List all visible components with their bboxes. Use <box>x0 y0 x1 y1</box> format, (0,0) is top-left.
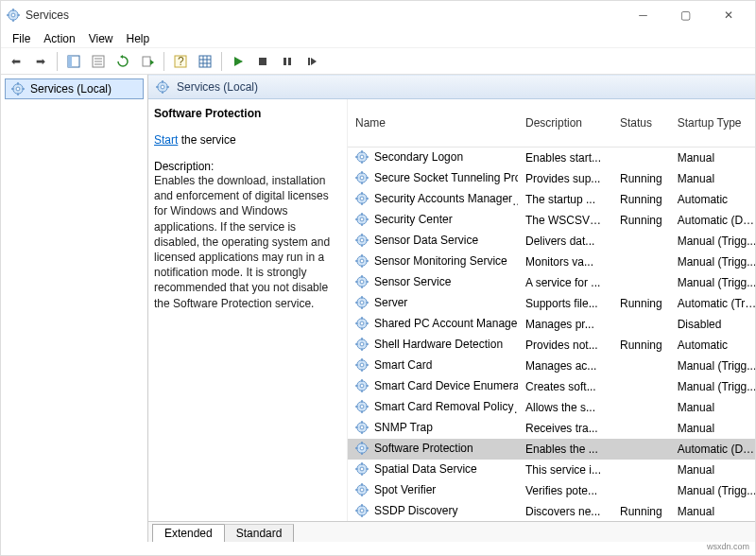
tree-root-services-local[interactable]: Services (Local) <box>5 78 144 99</box>
service-name: SNMP Trap <box>374 421 433 434</box>
menu-view[interactable]: View <box>83 32 119 45</box>
service-status: Running <box>612 210 670 231</box>
service-startup: Manual <box>670 397 755 418</box>
gear-icon <box>355 462 369 476</box>
menu-help[interactable]: Help <box>121 32 156 45</box>
service-desc: Provides sup... <box>518 168 612 189</box>
service-startup: Automatic (Trig... <box>670 293 755 314</box>
service-startup: Automatic <box>670 189 755 210</box>
service-startup: Manual (Trigg... <box>670 376 755 397</box>
service-name: Shared PC Account Manager <box>374 317 518 330</box>
svg-rect-7 <box>68 56 72 67</box>
table-row[interactable]: Sensor Monitoring ServiceMonitors va...M… <box>348 252 755 272</box>
pane-header: Services (Local) <box>177 80 258 94</box>
service-name: Secondary Logon <box>374 150 463 164</box>
service-startup: Manual (Trigg... <box>670 231 755 252</box>
service-desc: Creates soft... <box>518 376 612 397</box>
service-status <box>612 356 670 376</box>
table-row[interactable]: Secondary LogonEnables start...ManualLoc <box>348 148 755 169</box>
service-startup: Automatic (De... <box>670 210 755 231</box>
grid-button[interactable] <box>194 50 216 73</box>
start-service-button[interactable] <box>227 50 249 73</box>
service-desc: Delivers dat... <box>518 231 612 252</box>
table-row[interactable]: Smart Card Removal PolicyAllows the s...… <box>348 397 755 418</box>
service-status: Running <box>612 501 670 521</box>
table-row[interactable]: Shell Hardware DetectionProvides not...R… <box>348 335 755 356</box>
maximize-button[interactable]: ▢ <box>664 2 707 28</box>
stop-service-button[interactable] <box>251 50 274 73</box>
table-row[interactable]: Smart CardManages ac...Manual (Trigg...L… <box>348 356 755 376</box>
service-status <box>612 314 670 335</box>
service-status <box>612 231 670 252</box>
service-desc: Verifies pote... <box>518 480 612 501</box>
service-name: Shell Hardware Detection <box>374 338 503 351</box>
export-button[interactable] <box>136 50 159 73</box>
table-row[interactable]: SSDP DiscoveryDiscovers ne...RunningManu… <box>348 501 755 521</box>
table-row[interactable]: Security Accounts ManagerThe startup ...… <box>348 189 755 210</box>
table-row[interactable]: Shared PC Account ManagerManages pr...Di… <box>348 314 755 335</box>
svg-rect-17 <box>199 56 211 67</box>
table-row[interactable]: Security CenterThe WSCSVC...RunningAutom… <box>348 210 755 231</box>
gear-icon <box>355 358 369 372</box>
service-desc: The startup ... <box>518 189 612 210</box>
table-row[interactable]: SNMP TrapReceives tra...ManualLoc <box>348 418 755 439</box>
col-name[interactable]: Name <box>348 99 518 148</box>
start-link-tail: the service <box>178 133 235 147</box>
gear-icon <box>355 254 369 268</box>
table-row[interactable]: Smart Card Device Enumerat...Creates sof… <box>348 376 755 397</box>
service-startup: Manual <box>670 460 755 480</box>
gear-icon <box>355 483 369 496</box>
table-row[interactable]: Secure Socket Tunneling Pro...Provides s… <box>348 168 755 189</box>
service-name: Smart Card <box>374 358 432 372</box>
help-button[interactable]: ? <box>169 50 192 73</box>
back-button[interactable]: ⬅ <box>5 50 27 73</box>
svg-rect-26 <box>308 58 310 65</box>
show-hide-tree-button[interactable] <box>62 50 85 73</box>
tab-standard[interactable]: Standard <box>224 524 295 542</box>
service-desc: Receives tra... <box>518 418 612 439</box>
service-status: Running <box>612 168 670 189</box>
pause-service-button[interactable] <box>276 50 299 73</box>
table-row[interactable]: Spot VerifierVerifies pote...Manual (Tri… <box>348 480 755 501</box>
start-link[interactable]: Start <box>154 133 178 147</box>
service-list[interactable]: Name Description Status Startup Type Log… <box>347 99 755 521</box>
gear-icon <box>355 150 369 164</box>
service-desc: Manages ac... <box>518 356 612 376</box>
col-description[interactable]: Description <box>518 99 612 148</box>
gear-icon <box>355 400 369 413</box>
service-status <box>612 397 670 418</box>
service-status <box>612 439 670 460</box>
service-desc: Enables the ... <box>518 439 612 460</box>
col-status[interactable]: Status <box>612 99 670 148</box>
minimize-button[interactable]: ─ <box>622 2 664 28</box>
table-row[interactable]: Software ProtectionEnables the ...Automa… <box>348 439 755 460</box>
tree-root-label: Services (Local) <box>30 82 112 96</box>
service-desc: Monitors va... <box>518 252 612 272</box>
table-row[interactable]: Sensor Data ServiceDelivers dat...Manual… <box>348 231 755 252</box>
service-startup: Automatic <box>670 335 755 356</box>
svg-rect-23 <box>259 58 266 65</box>
menu-file[interactable]: File <box>7 32 36 45</box>
service-startup: Automatic (De... <box>670 439 755 460</box>
svg-rect-25 <box>288 58 291 65</box>
svg-marker-14 <box>150 60 154 65</box>
forward-button[interactable]: ➡ <box>29 50 52 73</box>
service-status <box>612 460 670 480</box>
service-status <box>612 480 670 501</box>
service-status: Running <box>612 335 670 356</box>
tab-extended[interactable]: Extended <box>152 524 225 542</box>
service-startup: Disabled <box>670 314 755 335</box>
table-row[interactable]: Spatial Data ServiceThis service i...Man… <box>348 460 755 480</box>
properties-button[interactable] <box>87 50 110 73</box>
restart-service-button[interactable] <box>301 50 323 73</box>
close-button[interactable]: ✕ <box>707 2 749 28</box>
service-desc: Supports file... <box>518 293 612 314</box>
service-name: Software Protection <box>374 442 473 455</box>
table-row[interactable]: ServerSupports file...RunningAutomatic (… <box>348 293 755 314</box>
refresh-button[interactable] <box>112 50 134 73</box>
table-row[interactable]: Sensor ServiceA service for ...Manual (T… <box>348 272 755 293</box>
menu-action[interactable]: Action <box>38 32 80 45</box>
svg-marker-27 <box>311 58 317 65</box>
service-name: Smart Card Device Enumerat... <box>374 379 518 392</box>
col-startup[interactable]: Startup Type <box>670 99 755 148</box>
